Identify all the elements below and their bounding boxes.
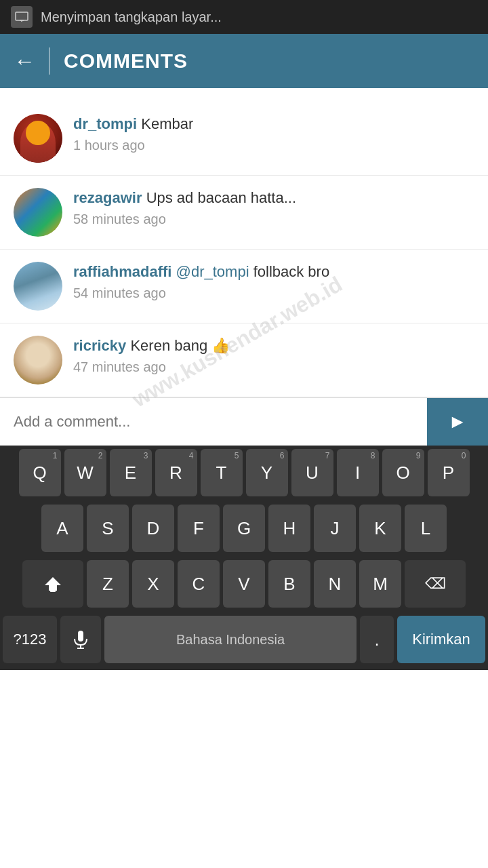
comment-message: Ups ad bacaan hatta... <box>146 189 296 206</box>
table-row: rezagawir Ups ad bacaan hatta... 58 minu… <box>0 176 488 250</box>
avatar <box>14 262 62 311</box>
key-W[interactable]: 2W <box>64 449 106 496</box>
comment-body: ricricky Keren bang 👍 47 minutes ago <box>73 336 474 375</box>
delete-key[interactable]: ⌫ <box>405 560 466 608</box>
comment-input[interactable] <box>0 398 427 446</box>
comments-list: dr_tompi Kembar 1 hours ago rezagawir Up… <box>0 88 488 397</box>
key-J[interactable]: J <box>314 505 356 552</box>
key-A[interactable]: A <box>41 505 83 552</box>
avatar <box>14 114 62 163</box>
svg-rect-0 <box>16 12 28 20</box>
svg-rect-4 <box>50 589 56 592</box>
comment-username: raffiahmadaffi <box>73 263 171 280</box>
comment-username: ricricky <box>73 337 126 354</box>
table-row: dr_tompi Kembar 1 hours ago <box>0 102 488 176</box>
page-title: COMMENTS <box>64 50 188 73</box>
comment-message: Keren bang 👍 <box>130 337 230 354</box>
svg-marker-3 <box>45 577 61 591</box>
status-bar-text: Menyimpan tangkapan layar... <box>41 9 222 25</box>
keyboard-row-1: 1Q 2W 3E 4R 5T 6Y 7U 8I 9O 0P <box>0 445 488 500</box>
svg-rect-5 <box>78 631 83 642</box>
comment-body: rezagawir Ups ad bacaan hatta... 58 minu… <box>73 188 474 227</box>
shift-key[interactable] <box>22 560 83 608</box>
key-R[interactable]: 4R <box>155 449 197 496</box>
key-C[interactable]: C <box>178 560 220 608</box>
comment-text: raffiahmadaffi @dr_tompi follback bro <box>73 262 474 283</box>
key-N[interactable]: N <box>314 560 356 608</box>
key-P[interactable]: 0P <box>428 449 470 496</box>
key-I[interactable]: 8I <box>337 449 379 496</box>
key-L[interactable]: L <box>405 505 447 552</box>
header: ← COMMENTS <box>0 34 488 88</box>
avatar <box>14 336 62 384</box>
key-G[interactable]: G <box>223 505 265 552</box>
key-U[interactable]: 7U <box>291 449 333 496</box>
comment-text: rezagawir Ups ad bacaan hatta... <box>73 188 474 209</box>
key-F[interactable]: F <box>178 505 220 552</box>
comment-body: dr_tompi Kembar 1 hours ago <box>73 114 474 153</box>
header-divider <box>49 47 50 75</box>
key-D[interactable]: D <box>132 505 174 552</box>
comment-text: dr_tompi Kembar <box>73 114 474 135</box>
key-Z[interactable]: Z <box>87 560 129 608</box>
table-row: raffiahmadaffi @dr_tompi follback bro 54… <box>0 250 488 323</box>
status-bar-icon <box>11 6 33 28</box>
comment-body: raffiahmadaffi @dr_tompi follback bro 54… <box>73 262 474 301</box>
back-button[interactable]: ← <box>14 49 35 74</box>
comment-input-row: ► <box>0 397 488 445</box>
key-O[interactable]: 9O <box>382 449 424 496</box>
key-K[interactable]: K <box>359 505 401 552</box>
avatar <box>14 188 62 237</box>
key-T[interactable]: 5T <box>201 449 243 496</box>
comment-username: rezagawir <box>73 189 142 206</box>
comment-time: 58 minutes ago <box>73 212 474 227</box>
send-icon: ► <box>448 411 467 433</box>
comment-username: dr_tompi <box>73 115 137 132</box>
keyboard: 1Q 2W 3E 4R 5T 6Y 7U 8I 9O 0P A S <box>0 445 488 670</box>
comments-section: www.kusnendar.web.id dr_tompi Kembar 1 h… <box>0 88 488 445</box>
comment-time: 54 minutes ago <box>73 285 474 301</box>
key-B[interactable]: B <box>268 560 310 608</box>
keyboard-row-4: ?123 Bahasa Indonesia . Kirimkan <box>0 612 488 670</box>
key-S[interactable]: S <box>87 505 129 552</box>
key-Q[interactable]: 1Q <box>19 449 61 496</box>
comment-text: ricricky Keren bang 👍 <box>73 336 474 357</box>
comment-time: 1 hours ago <box>73 138 474 153</box>
keyboard-row-2: A S D F G H J K L <box>0 500 488 556</box>
comment-time: 47 minutes ago <box>73 359 474 375</box>
status-bar: Menyimpan tangkapan layar... <box>0 0 488 34</box>
key-E[interactable]: 3E <box>110 449 152 496</box>
symbols-key[interactable]: ?123 <box>3 616 57 663</box>
period-key[interactable]: . <box>360 616 394 663</box>
key-M[interactable]: M <box>359 560 401 608</box>
table-row: ricricky Keren bang 👍 47 minutes ago <box>0 323 488 397</box>
send-button[interactable]: ► <box>427 398 488 446</box>
mic-key[interactable] <box>60 616 101 663</box>
comment-message: @dr_tompi follback bro <box>176 263 330 280</box>
comment-message: Kembar <box>141 115 193 132</box>
space-key[interactable]: Bahasa Indonesia <box>104 616 357 663</box>
key-V[interactable]: V <box>223 560 265 608</box>
key-X[interactable]: X <box>132 560 174 608</box>
key-Y[interactable]: 6Y <box>246 449 288 496</box>
key-H[interactable]: H <box>268 505 310 552</box>
keyboard-send-key[interactable]: Kirimkan <box>397 616 485 663</box>
keyboard-row-3: Z X C V B N M ⌫ <box>0 556 488 612</box>
